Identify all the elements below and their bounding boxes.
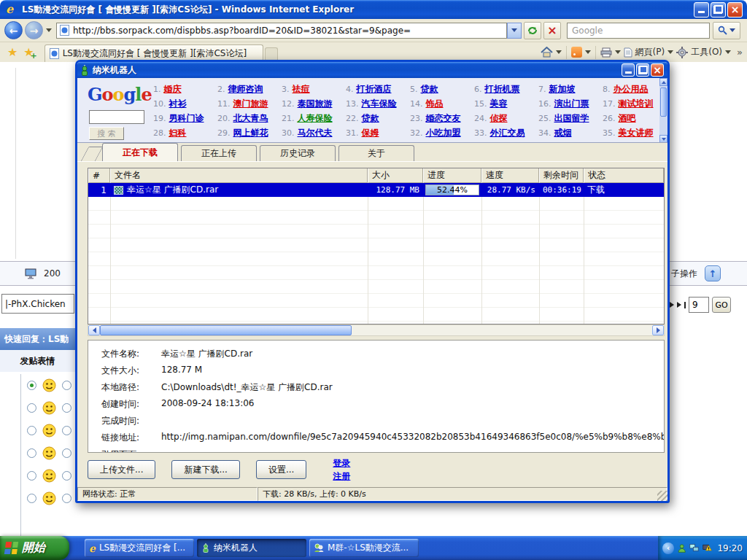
emoticon-radio[interactable] xyxy=(27,494,36,503)
scroll-top-button[interactable]: ↑ xyxy=(705,265,721,281)
scroll-up-button[interactable] xyxy=(659,78,667,86)
restore-button[interactable] xyxy=(711,2,726,18)
task-button-qq-group[interactable]: M群-☆LS動漫交流... xyxy=(309,539,419,557)
username-field[interactable]: |-PhX.Chicken xyxy=(1,294,74,314)
add-favorite-icon[interactable]: ★ xyxy=(23,45,34,59)
home-icon[interactable] xyxy=(541,47,553,58)
emoticon-radio-2[interactable] xyxy=(62,426,71,435)
forward-button[interactable]: → xyxy=(25,21,43,39)
print-dropdown-icon[interactable] xyxy=(615,50,621,54)
dialog-titlebar[interactable]: 纳米机器人 × xyxy=(77,62,667,78)
col-header-index[interactable]: # xyxy=(88,168,110,183)
dialog-minimize-button[interactable] xyxy=(622,63,635,77)
ad-link[interactable]: 饰品 xyxy=(426,98,444,110)
stop-button[interactable]: × xyxy=(543,22,561,39)
ad-link[interactable]: 贷款 xyxy=(421,83,438,96)
resize-grip[interactable] xyxy=(657,491,667,501)
emoticon-option[interactable] xyxy=(21,442,75,464)
emoticon-radio[interactable] xyxy=(27,403,36,413)
start-button[interactable]: 開始 xyxy=(0,536,69,560)
go-button[interactable]: GO xyxy=(712,297,731,313)
warning-tray-icon[interactable] xyxy=(703,542,712,553)
emoticon-radio-2[interactable] xyxy=(62,403,71,413)
tools-dropdown-icon[interactable] xyxy=(725,50,731,54)
ad-link[interactable]: 测试培训 xyxy=(619,98,654,110)
ad-link[interactable]: 婚恋交友 xyxy=(426,112,461,125)
col-header-remaining[interactable]: 剩余时间 xyxy=(539,168,584,183)
col-header-status[interactable]: 状态 xyxy=(584,168,664,183)
ad-link[interactable]: 律师咨询 xyxy=(228,83,263,96)
history-dropdown-icon[interactable] xyxy=(46,28,52,32)
dialog-tab[interactable]: 正在下载 xyxy=(102,143,178,161)
refresh-button[interactable] xyxy=(524,22,541,39)
ad-link[interactable]: 酒吧 xyxy=(619,112,636,125)
ad-link[interactable]: 打折酒店 xyxy=(357,83,392,96)
emoticon-option[interactable] xyxy=(21,374,75,397)
page-menu[interactable]: 網頁(P) xyxy=(635,46,665,58)
dialog-tab[interactable]: 正在上传 xyxy=(181,145,257,161)
ad-link[interactable]: 新加坡 xyxy=(549,83,576,96)
register-link[interactable]: 注册 xyxy=(333,470,350,483)
emoticon-radio-2[interactable] xyxy=(62,471,71,481)
ad-link[interactable]: 汽车保险 xyxy=(362,98,397,110)
scrollbar-thumb[interactable] xyxy=(660,88,667,117)
download-row-selected[interactable]: 1 幸运☆星 广播剧CD.rar 128.77 MB 52.44% 28.77 … xyxy=(88,183,664,197)
dialog-close-button[interactable]: × xyxy=(651,63,664,77)
task-button-namirobot[interactable]: 纳米机器人 xyxy=(197,539,306,557)
emoticon-radio[interactable] xyxy=(27,426,36,435)
ad-scrollbar[interactable] xyxy=(659,78,667,143)
google-search-button[interactable]: 搜 索 xyxy=(89,127,124,140)
tray-collapse-button[interactable]: ‹ xyxy=(662,542,674,554)
emoticon-radio[interactable] xyxy=(27,471,36,481)
search-button[interactable] xyxy=(713,22,740,39)
ad-link[interactable]: 外汇交易 xyxy=(490,127,525,139)
ad-link[interactable]: 出国留学 xyxy=(554,112,589,125)
emoticon-radio[interactable] xyxy=(27,448,36,458)
ad-link[interactable]: 美女讲师 xyxy=(619,127,654,139)
address-bar[interactable]: http://bbs.sorpack.com/dispbbs.asp?board… xyxy=(56,23,507,39)
scroll-left-button[interactable] xyxy=(88,325,100,335)
ad-link[interactable]: 马尔代夫 xyxy=(298,127,333,139)
emoticon-option[interactable] xyxy=(21,419,75,442)
ad-link[interactable]: 美容 xyxy=(490,98,508,110)
close-button[interactable]: × xyxy=(727,2,743,18)
ad-link[interactable]: 网上鲜花 xyxy=(233,127,268,139)
ad-link[interactable]: 演出门票 xyxy=(554,98,589,110)
ad-link[interactable]: 侦探 xyxy=(490,112,508,125)
ad-link[interactable]: 北大青鸟 xyxy=(233,112,268,125)
ad-link[interactable]: 男科门诊 xyxy=(169,112,204,125)
scrollbar-thumb[interactable] xyxy=(100,325,352,335)
address-dropdown-button[interactable] xyxy=(507,23,522,39)
last-page-icon[interactable] xyxy=(670,302,674,308)
col-header-progress[interactable]: 进度 xyxy=(423,168,481,183)
favorites-icon[interactable]: ★ xyxy=(7,45,18,59)
ad-link[interactable]: 办公用品 xyxy=(614,83,649,96)
overflow-chevron[interactable]: » xyxy=(737,47,743,58)
ad-link[interactable]: 保姆 xyxy=(362,127,379,139)
ad-link[interactable]: 婚庆 xyxy=(164,83,182,96)
home-dropdown-icon[interactable] xyxy=(556,50,562,54)
col-header-speed[interactable]: 速度 xyxy=(481,168,539,183)
col-header-filename[interactable]: 文件名 xyxy=(110,168,368,183)
ad-link[interactable]: 衬衫 xyxy=(169,98,187,110)
ad-link[interactable]: 贷款 xyxy=(362,112,379,125)
emoticon-radio-2[interactable] xyxy=(62,448,71,458)
ad-link[interactable]: 人寿保险 xyxy=(298,112,333,125)
page-menu-dropdown-icon[interactable] xyxy=(667,50,673,54)
new-download-button[interactable]: 新建下载... xyxy=(171,460,239,479)
scroll-down-button[interactable] xyxy=(659,135,667,143)
settings-button[interactable]: 设置... xyxy=(256,460,306,479)
emoticon-radio[interactable] xyxy=(27,381,36,390)
ad-link[interactable]: 澳门旅游 xyxy=(233,98,268,110)
login-link[interactable]: 登录 xyxy=(333,457,350,470)
rss-dropdown-icon[interactable] xyxy=(585,50,591,54)
back-button[interactable]: ← xyxy=(4,21,23,39)
emoticon-radio-2[interactable] xyxy=(62,494,71,503)
rss-icon[interactable] xyxy=(571,47,582,58)
qq-tray-icon[interactable] xyxy=(678,542,686,554)
search-input[interactable]: Google xyxy=(567,23,710,39)
task-button-browser[interactable]: e LS動漫交流同好會 [... xyxy=(85,539,194,557)
print-icon[interactable] xyxy=(600,47,612,58)
emoticon-option[interactable] xyxy=(21,464,75,487)
emoticon-radio-2[interactable] xyxy=(62,381,71,390)
